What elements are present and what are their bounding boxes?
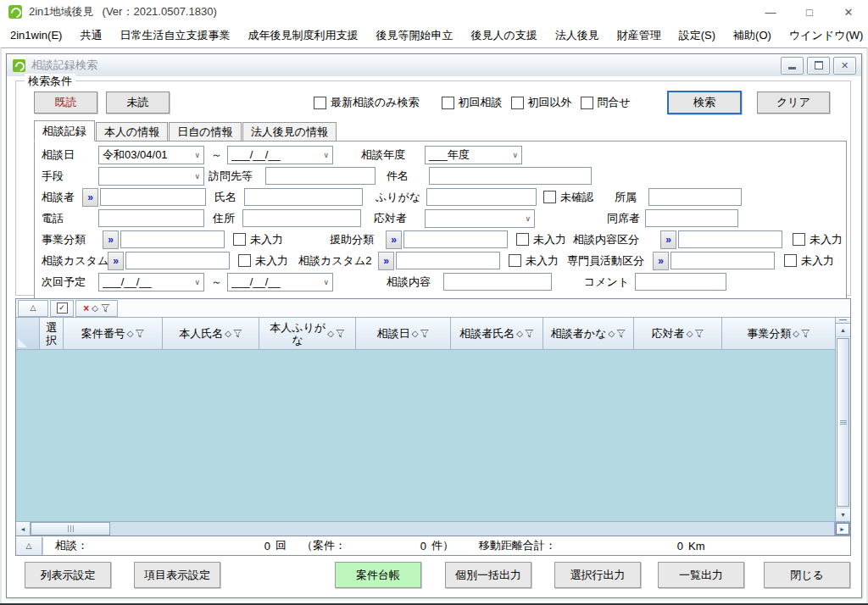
column-header-business-class[interactable]: 事業分類 ◇ xyxy=(722,318,835,350)
consulter-input[interactable] xyxy=(100,188,206,206)
filter-icon[interactable] xyxy=(694,330,704,338)
checkbox-inquiry[interactable]: 問合せ xyxy=(581,95,631,110)
consult-date-to-combo[interactable]: ___/__/__ ∨ xyxy=(227,146,333,164)
unread-button[interactable]: 未読 xyxy=(106,92,170,114)
sort-icon[interactable]: ◇ xyxy=(608,330,615,338)
scroll-up-button[interactable]: ▲ xyxy=(836,324,850,337)
selected-rows-export-button[interactable]: 選択行出力 xyxy=(554,562,641,588)
sort-icon[interactable]: ◇ xyxy=(412,330,419,338)
item-display-settings-button[interactable]: 項目表示設定 xyxy=(134,562,220,588)
search-button[interactable]: 検索 xyxy=(667,91,742,114)
sort-icon[interactable]: ◇ xyxy=(92,304,98,313)
menu-item-asset-management[interactable]: 財産管理 xyxy=(617,28,661,43)
column-header-case-number[interactable]: 案件番号 ◇ xyxy=(64,318,163,350)
checkbox-custom1-not-entered[interactable]: 未入力 xyxy=(238,253,288,269)
column-header-select[interactable]: 選択 xyxy=(40,318,64,350)
affiliation-input[interactable] xyxy=(648,188,742,206)
tab-consult-record[interactable]: 相談記録 xyxy=(34,120,95,142)
custom1-input[interactable] xyxy=(125,252,230,269)
tab-person-info[interactable]: 本人の情報 xyxy=(96,122,168,141)
list-export-button[interactable]: 一覧出力 xyxy=(658,562,744,588)
fiscal-year-combo[interactable]: ___年度 ∨ xyxy=(425,146,522,164)
dialog-restore-button[interactable] xyxy=(807,57,830,75)
filter-icon[interactable] xyxy=(616,330,626,338)
filter-icon[interactable] xyxy=(525,330,534,338)
column-header-consulter-kana[interactable]: 相談者かな ◇ xyxy=(543,318,634,350)
sort-icon[interactable]: ◇ xyxy=(127,330,134,338)
name-input[interactable] xyxy=(244,188,363,206)
method-combo[interactable]: ∨ xyxy=(98,167,204,186)
custom2-picker-button[interactable]: » xyxy=(378,252,394,270)
phone-input[interactable] xyxy=(98,209,204,227)
sort-icon[interactable]: ◇ xyxy=(327,330,334,338)
next-schedule-to-combo[interactable]: ___/__/__ ∨ xyxy=(227,273,333,291)
visit-input[interactable] xyxy=(265,167,376,185)
column-header-consulter-name[interactable]: 相談者氏名 ◇ xyxy=(451,318,543,350)
individual-batch-export-button[interactable]: 個別一括出力 xyxy=(445,562,531,588)
status-collapse-button[interactable]: △ xyxy=(16,537,42,555)
furigana-input[interactable] xyxy=(426,188,537,206)
menu-item-2in1win[interactable]: 2in1win(E) xyxy=(10,29,62,42)
menu-item-corporate-guardianship[interactable]: 法人後見 xyxy=(555,28,599,43)
window-minimize-button[interactable]: — xyxy=(751,0,790,24)
filter-icon[interactable] xyxy=(801,330,810,338)
responder-combo[interactable]: ∨ xyxy=(425,209,535,228)
checkbox-latest-consult-only[interactable]: 最新相談のみ検索 xyxy=(314,95,420,110)
custom1-picker-button[interactable]: » xyxy=(108,252,124,270)
menu-item-daily-life-support[interactable]: 日常生活自立支援事業 xyxy=(120,28,230,43)
dialog-minimize-button[interactable] xyxy=(781,57,804,75)
custom2-input[interactable] xyxy=(396,252,500,269)
clear-button[interactable]: クリア xyxy=(757,92,830,114)
menu-item-guardian-support[interactable]: 後見人の支援 xyxy=(470,28,537,43)
checkbox-first-consult[interactable]: 初回相談 xyxy=(442,95,503,110)
tab-corporate-guardianship-info[interactable]: 法人後見の情報 xyxy=(242,122,337,141)
horizontal-scroll-track[interactable] xyxy=(110,522,834,536)
tab-daily-self-info[interactable]: 日自の情報 xyxy=(169,122,241,141)
filter-icon[interactable] xyxy=(101,304,110,313)
clear-filter-icon[interactable]: × xyxy=(83,303,89,314)
consult-date-from-combo[interactable]: 令和03/04/01 ∨ xyxy=(98,146,204,164)
expert-class-picker-button[interactable]: » xyxy=(653,252,669,270)
menu-item-common[interactable]: 共通 xyxy=(80,28,102,43)
sort-icon[interactable]: ◇ xyxy=(225,330,231,338)
column-header-person-kana[interactable]: 本人ふりがな ◇ xyxy=(259,318,356,350)
menu-item-guardianship-petition[interactable]: 後見等開始申立 xyxy=(376,28,453,43)
window-maximize-button[interactable]: □ xyxy=(790,0,829,24)
vertical-scroll-thumb[interactable] xyxy=(837,338,849,507)
content-input[interactable] xyxy=(443,273,552,291)
window-close-button[interactable]: ✕ xyxy=(829,0,868,24)
comment-input[interactable] xyxy=(635,273,726,291)
checkbox-content-not-entered[interactable]: 未入力 xyxy=(793,232,843,247)
dialog-close-button[interactable]: ✕ xyxy=(833,57,856,75)
horizontal-scroll-thumb[interactable] xyxy=(31,522,110,536)
column-header-consult-date[interactable]: 相談日 ◇ xyxy=(356,318,451,350)
grid-collapse-button[interactable]: △ xyxy=(18,300,48,317)
horizontal-scrollbar[interactable]: ◄ ► xyxy=(16,521,850,536)
case-ledger-button[interactable]: 案件台帳 xyxy=(335,562,421,588)
sort-icon[interactable]: ◇ xyxy=(793,330,799,338)
menu-item-assist[interactable]: 補助(O) xyxy=(733,28,771,43)
read-button[interactable]: 既読 xyxy=(34,92,97,114)
business-class-picker-button[interactable]: » xyxy=(103,230,119,249)
checkbox-non-first[interactable]: 初回以外 xyxy=(511,95,572,110)
subject-input[interactable] xyxy=(429,167,592,185)
menu-item-settings[interactable]: 設定(S) xyxy=(679,28,715,43)
aid-class-picker-button[interactable]: » xyxy=(386,230,402,249)
menu-item-window[interactable]: ウインドウ(W) xyxy=(789,28,863,43)
filter-icon[interactable] xyxy=(336,330,345,338)
checkbox-business-not-entered[interactable]: 未入力 xyxy=(233,232,283,247)
content-class-picker-button[interactable]: » xyxy=(660,230,676,249)
consulter-picker-button[interactable]: » xyxy=(82,188,98,207)
sort-icon[interactable]: ◇ xyxy=(516,330,523,338)
scroll-down-button[interactable]: ▼ xyxy=(836,508,850,521)
scroll-left-button[interactable]: ◄ xyxy=(16,522,31,536)
checkbox-custom2-not-entered[interactable]: 未入力 xyxy=(509,253,559,269)
sort-icon[interactable]: ◇ xyxy=(687,330,693,338)
scroll-right-button[interactable]: ► xyxy=(836,523,849,535)
attendee-input[interactable] xyxy=(645,209,738,227)
column-display-settings-button[interactable]: 列表示設定 xyxy=(25,562,111,588)
scrollbar-splitter[interactable] xyxy=(836,318,850,324)
grid-corner-cell[interactable] xyxy=(16,318,40,350)
content-class-input[interactable] xyxy=(678,230,782,248)
column-header-person-name[interactable]: 本人氏名 ◇ xyxy=(163,318,259,350)
